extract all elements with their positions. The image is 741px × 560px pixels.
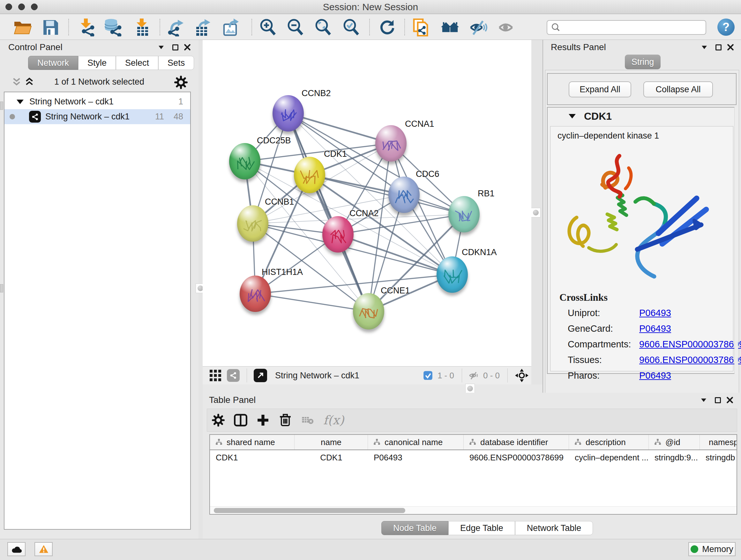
selected-checkbox-icon[interactable] xyxy=(421,367,435,384)
network-node-CDKN1A[interactable] xyxy=(436,256,468,293)
column-header[interactable]: shared name xyxy=(210,435,294,449)
panel-edge-handle[interactable] xyxy=(0,102,3,110)
column-header[interactable]: name xyxy=(294,435,368,449)
help-icon[interactable]: ? xyxy=(718,18,735,36)
cell-description[interactable]: cyclin–dependent ... xyxy=(569,450,649,465)
panel-menu-icon[interactable] xyxy=(699,43,710,52)
crosslink-genecard-link[interactable]: P06493 xyxy=(639,323,671,334)
left-splitter[interactable] xyxy=(199,40,203,539)
network-thumbnail-icon[interactable] xyxy=(224,367,242,384)
collapse-entry-icon[interactable] xyxy=(569,114,576,118)
zoom-fit-icon[interactable] xyxy=(314,18,333,37)
tab-edge-table[interactable]: Edge Table xyxy=(448,521,515,535)
network-edge-CCNA2-CDKN1A[interactable] xyxy=(338,234,452,274)
export-network-icon[interactable] xyxy=(166,18,185,37)
panel-float-icon[interactable] xyxy=(713,43,724,52)
table-hscrollbar[interactable] xyxy=(210,506,737,514)
search-input[interactable] xyxy=(564,22,705,33)
export-table-icon[interactable] xyxy=(194,18,212,37)
delete-column-trash-icon[interactable] xyxy=(274,411,296,429)
cell-name[interactable]: CDK1 xyxy=(294,450,368,465)
crosslink-tissues-link[interactable]: 9606.ENSP00000378699 xyxy=(639,355,741,365)
gene-entry-header[interactable]: CDK1 xyxy=(548,108,736,125)
zoom-in-icon[interactable] xyxy=(259,18,278,37)
table-settings-gear-icon[interactable] xyxy=(207,411,229,429)
panel-close-icon[interactable] xyxy=(182,43,193,52)
splitter-handle[interactable] xyxy=(531,208,541,217)
column-header[interactable]: database identifier xyxy=(464,435,569,449)
network-node-CCNA2[interactable] xyxy=(322,216,354,253)
cloud-button[interactable] xyxy=(7,542,25,556)
crosslink-uniprot-link[interactable]: P06493 xyxy=(639,308,671,318)
panel-close-icon[interactable] xyxy=(724,395,735,405)
network-node-CDC6[interactable] xyxy=(388,177,420,213)
collapse-all-button[interactable]: Collapse All xyxy=(643,81,713,98)
memory-button[interactable]: Memory xyxy=(688,542,736,556)
gear-icon[interactable] xyxy=(174,76,188,91)
cell-id[interactable]: stringdb:9... xyxy=(649,450,700,465)
panel-menu-icon[interactable] xyxy=(156,43,166,52)
column-header[interactable]: @id xyxy=(649,435,700,449)
zoom-out-icon[interactable] xyxy=(286,18,305,37)
hidden-eye-icon[interactable] xyxy=(467,367,481,384)
panel-float-icon[interactable] xyxy=(170,43,181,52)
zoom-selected-icon[interactable] xyxy=(342,18,361,37)
network-node-HIST1H1A[interactable] xyxy=(240,275,271,312)
network-canvas[interactable]: CCNB2CCNA1CDC25BCDK1CDC6RB1CCNB1CCNA2CDK… xyxy=(203,40,531,366)
export-image-icon[interactable] xyxy=(222,18,240,37)
panel-close-icon[interactable] xyxy=(725,43,736,52)
copy-network-icon[interactable] xyxy=(412,18,431,37)
warnings-button[interactable] xyxy=(35,542,53,556)
import-table-icon[interactable] xyxy=(133,18,151,37)
crosslink-pharos-link[interactable]: P06493 xyxy=(639,370,671,381)
cell-canonical-name[interactable]: P06493 xyxy=(368,450,464,465)
network-node-CCNA1[interactable] xyxy=(375,125,407,162)
column-header[interactable]: canonical name xyxy=(368,435,464,449)
network-node-CDC25B[interactable] xyxy=(229,143,260,179)
search-box[interactable] xyxy=(547,20,706,35)
cell-shared-name[interactable]: CDK1 xyxy=(210,450,294,465)
network-node-CCNB1[interactable] xyxy=(237,205,268,242)
network-node-CDK1[interactable] xyxy=(294,157,325,193)
scrollbar-thumb[interactable] xyxy=(214,508,405,513)
tab-network[interactable]: Network xyxy=(28,56,78,70)
refresh-icon[interactable] xyxy=(378,18,396,37)
table-row[interactable]: CDK1 CDK1 P06493 9606.ENSP00000378699 cy… xyxy=(210,450,737,465)
crosslink-compartments-link[interactable]: 9606.ENSP00000378699 xyxy=(639,339,741,350)
add-column-icon[interactable] xyxy=(252,411,274,429)
network-collection-row[interactable]: String Network – cdk1 1 xyxy=(4,94,190,109)
show-columns-icon[interactable] xyxy=(229,411,252,429)
results-scrollbar[interactable] xyxy=(734,107,738,374)
open-session-icon[interactable] xyxy=(13,18,32,37)
network-row[interactable]: String Network – cdk1 11 48 xyxy=(4,109,190,124)
splitter-handle[interactable] xyxy=(465,384,475,393)
tab-network-table[interactable]: Network Table xyxy=(515,521,593,535)
column-header[interactable]: namespace xyxy=(700,435,737,449)
panel-menu-icon[interactable] xyxy=(698,395,709,405)
right-splitter[interactable] xyxy=(530,40,542,384)
import-network-file-icon[interactable] xyxy=(77,18,96,37)
detach-view-icon[interactable] xyxy=(252,367,269,384)
panel-edge-handle[interactable] xyxy=(0,284,3,293)
tree-expand-icon[interactable] xyxy=(17,100,23,104)
tab-select[interactable]: Select xyxy=(116,56,158,70)
tab-sets[interactable]: Sets xyxy=(158,56,194,70)
tab-node-table[interactable]: Node Table xyxy=(381,521,448,535)
tab-string[interactable]: String xyxy=(625,55,661,69)
network-edge-HIST1H1A-CCNE1[interactable] xyxy=(255,294,368,311)
network-node-CCNE1[interactable] xyxy=(353,293,384,329)
network-node-RB1[interactable] xyxy=(448,196,480,233)
birdseye-crosshair-icon[interactable] xyxy=(512,367,531,384)
hide-selected-eye-icon[interactable] xyxy=(469,18,488,37)
node-table[interactable]: shared name name canonical name database… xyxy=(209,434,737,515)
grid-view-icon[interactable] xyxy=(206,367,224,384)
expand-all-button[interactable]: Expand All xyxy=(569,81,631,98)
home-icon[interactable] xyxy=(441,18,460,37)
save-session-icon[interactable] xyxy=(42,18,60,37)
cell-namespace[interactable]: stringdb xyxy=(700,450,737,465)
column-header[interactable]: description xyxy=(569,435,649,449)
tab-style[interactable]: Style xyxy=(78,56,116,70)
panel-float-icon[interactable] xyxy=(712,395,723,405)
network-node-CCNB2[interactable] xyxy=(273,95,304,132)
cell-database-identifier[interactable]: 9606.ENSP00000378699 xyxy=(464,450,569,465)
